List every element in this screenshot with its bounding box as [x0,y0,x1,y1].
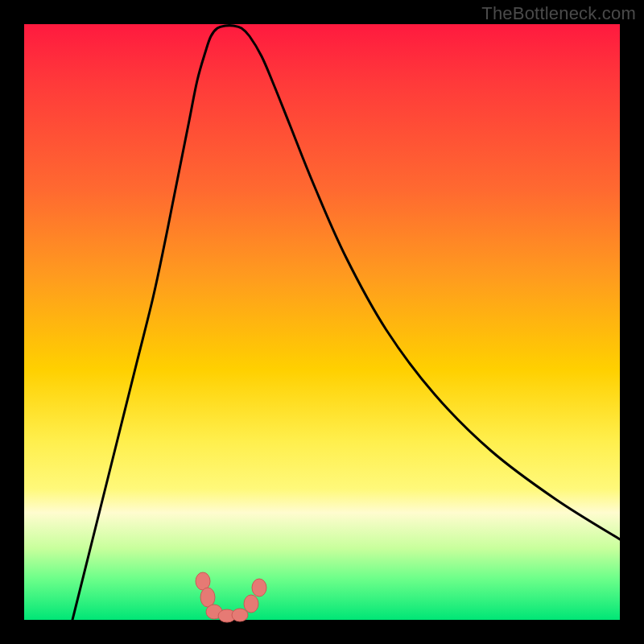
plot-area [24,24,620,620]
chart-frame: TheBottleneck.com [0,0,644,644]
curve-svg [24,24,620,620]
dot-left-lower [200,588,215,607]
dot-right-lower [244,595,258,613]
dot-bottom-3 [232,609,248,621]
watermark-text: TheBottleneck.com [481,3,636,24]
marker-cluster [196,572,266,622]
bottleneck-curve [72,26,620,620]
dot-right-upper [252,579,266,597]
